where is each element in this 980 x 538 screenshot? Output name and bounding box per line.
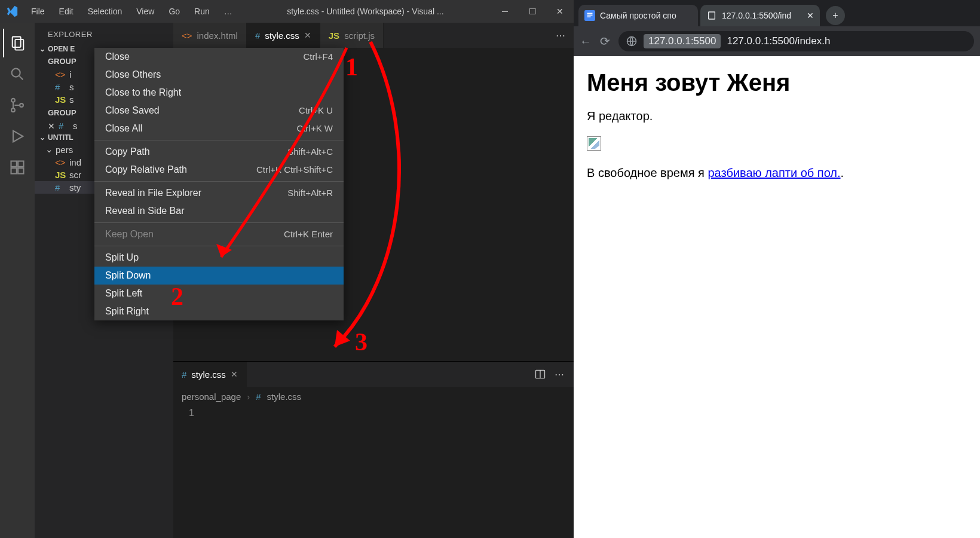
ctx-copy-relative-path[interactable]: Copy Relative PathCtrl+K Ctrl+Shift+C [94, 161, 344, 179]
close-button[interactable]: ✕ [546, 0, 574, 23]
close-tab-icon[interactable]: ✕ [304, 30, 311, 40]
ctx-split-left[interactable]: Split Left [94, 285, 344, 302]
svg-rect-7 [18, 161, 23, 167]
svg-point-3 [11, 99, 15, 102]
ctx-split-right[interactable]: Split Right [94, 302, 344, 320]
broken-image-icon [587, 136, 601, 151]
svg-rect-8 [11, 168, 17, 173]
source-control-icon[interactable] [3, 91, 32, 120]
titlebar: File Edit Selection View Go Run … style.… [0, 0, 574, 23]
window-title: style.css - Untitled (Workspace) - Visua… [240, 7, 491, 16]
tab-style[interactable]: #style.css✕ [247, 23, 320, 48]
tab-index[interactable]: <>index.html [173, 23, 247, 48]
browser-window: Самый простой спо 127.0.0.1:5500/ind ✕ +… [574, 0, 980, 538]
ctx-close-all[interactable]: Close AllCtrl+K W [94, 120, 344, 137]
editor-pane-2: #style.css✕ ⋯ personal_page › # style.cs… [173, 361, 574, 538]
svg-rect-1 [15, 39, 23, 50]
tab-script[interactable]: JSscript.js [320, 23, 384, 48]
menu-file[interactable]: File [24, 7, 52, 16]
tab-actions[interactable]: ⋯ [547, 23, 574, 48]
ctx-split-down[interactable]: Split Down [94, 267, 344, 285]
svg-rect-0 [13, 37, 21, 48]
page-link[interactable]: разбиваю лапти об пол. [708, 166, 840, 179]
browser-tab-docs[interactable]: Самый простой спо [578, 5, 698, 26]
editor-tabs: <>index.html #style.css✕ JSscript.js ⋯ [173, 23, 574, 48]
breadcrumb[interactable]: personal_page › # style.css [173, 387, 574, 406]
more-actions-icon[interactable]: ⋯ [555, 369, 564, 380]
menu-more[interactable]: … [217, 7, 240, 16]
context-menu: CloseCtrl+F4Close OthersClose to the Rig… [94, 48, 344, 320]
address-bar[interactable]: 127.0.0.1:5500 127.0.0.1:5500/index.h [618, 31, 974, 51]
svg-rect-15 [709, 12, 715, 19]
line-number: 1 [173, 406, 574, 418]
page-favicon-icon [706, 10, 717, 21]
split-editor-icon[interactable] [534, 368, 546, 380]
reload-button[interactable]: ⟳ [600, 34, 610, 48]
ctx-close[interactable]: CloseCtrl+F4 [94, 48, 344, 66]
menu-selection[interactable]: Selection [81, 7, 130, 16]
svg-point-4 [11, 108, 15, 112]
explorer-icon[interactable] [3, 29, 32, 57]
browser-toolbar: ← ⟳ 127.0.0.1:5500 127.0.0.1:5500/index.… [574, 26, 980, 56]
ctx-split-up[interactable]: Split Up [94, 249, 344, 267]
svg-rect-6 [11, 161, 17, 167]
svg-point-5 [20, 103, 23, 107]
menu-run[interactable]: Run [187, 7, 217, 16]
back-button[interactable]: ← [580, 35, 592, 48]
page-paragraph-1: Я редактор. [587, 109, 967, 123]
ctx-reveal-in-side-bar[interactable]: Reveal in Side Bar [94, 202, 344, 220]
pane2-tab-style[interactable]: #style.css✕ [173, 362, 247, 387]
close-tab-icon[interactable]: ✕ [231, 369, 238, 379]
svg-rect-14 [587, 17, 591, 18]
close-file-icon[interactable]: ✕ [48, 121, 55, 131]
menu-edit[interactable]: Edit [52, 7, 81, 16]
new-tab-button[interactable]: + [826, 6, 845, 25]
svg-rect-12 [587, 13, 593, 14]
maximize-button[interactable]: ☐ [519, 0, 546, 23]
page-heading: Меня зовут Женя [587, 69, 967, 96]
close-tab-icon[interactable]: ✕ [807, 11, 814, 20]
window-controls: ─ ☐ ✕ [491, 0, 574, 23]
svg-point-2 [12, 69, 20, 77]
ctx-close-others[interactable]: Close Others [94, 66, 344, 84]
ctx-close-saved[interactable]: Close SavedCtrl+K U [94, 102, 344, 120]
site-info-icon[interactable] [626, 35, 638, 47]
docs-favicon-icon [584, 10, 595, 21]
browser-tab-localhost[interactable]: 127.0.0.1:5500/ind ✕ [700, 5, 820, 26]
browser-tabs: Самый простой спо 127.0.0.1:5500/ind ✕ + [574, 0, 980, 26]
page-content: Меня зовут Женя Я редактор. В свободное … [574, 56, 980, 538]
menu-go[interactable]: Go [161, 7, 187, 16]
svg-rect-13 [587, 15, 593, 16]
ctx-copy-path[interactable]: Copy PathShift+Alt+C [94, 143, 344, 161]
vscode-logo-icon [0, 5, 24, 18]
menubar: File Edit Selection View Go Run … [24, 7, 240, 16]
activity-bar [0, 23, 35, 538]
ctx-close-to-the-right[interactable]: Close to the Right [94, 84, 344, 102]
page-paragraph-2: В свободное время я разбиваю лапти об по… [587, 166, 967, 180]
svg-rect-9 [18, 168, 23, 173]
extensions-icon[interactable] [3, 153, 32, 182]
minimize-button[interactable]: ─ [491, 0, 519, 23]
menu-view[interactable]: View [129, 7, 161, 16]
run-debug-icon[interactable] [3, 122, 32, 151]
explorer-title: EXPLORER [35, 23, 173, 44]
search-icon[interactable] [3, 60, 32, 88]
ctx-keep-open[interactable]: Keep OpenCtrl+K Enter [94, 225, 344, 243]
ctx-reveal-in-file-explorer[interactable]: Reveal in File ExplorerShift+Alt+R [94, 184, 344, 202]
